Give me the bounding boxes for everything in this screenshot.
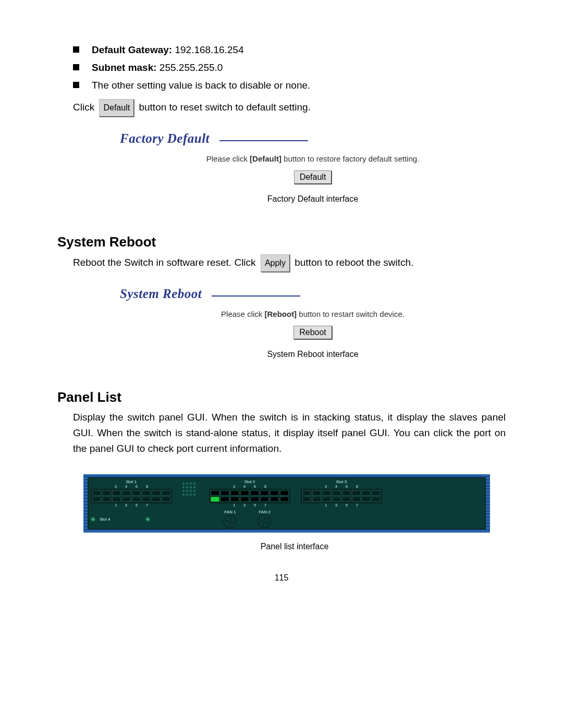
port[interactable] [112,497,121,502]
page-number: 115 [57,573,506,583]
port[interactable] [302,497,311,502]
port[interactable] [322,497,331,502]
port[interactable] [260,490,269,496]
port[interactable] [122,490,131,496]
port[interactable] [122,497,131,502]
bullet-text: The other setting value is back to disab… [92,80,310,91]
port[interactable] [240,497,249,502]
switch-panel-graphic: Slot 1 2468 1357 [83,474,506,551]
slot-2: Slot 2 2468 1357 [209,479,290,508]
text-post: button to reset switch to default settin… [139,102,311,113]
bullet-other-setting: The other setting value is back to disab… [73,77,506,94]
bullet-subnet-mask: Subnet mask: 255.255.255.0 [73,59,506,76]
port[interactable] [162,497,170,502]
factory-default-title: Factory Default [120,131,210,146]
port[interactable] [270,490,279,496]
port[interactable] [372,497,381,502]
port[interactable] [280,497,289,502]
port[interactable] [362,497,371,502]
text-pre: Click [73,102,97,113]
led-grid-icon [182,483,195,496]
bullet-default-gateway: Default Gateway: 192.168.16.254 [73,42,506,58]
bullet-value: 192.168.16.254 [172,44,243,55]
port[interactable] [322,490,331,496]
port[interactable] [342,497,351,502]
panel-list-heading: Panel List [57,389,506,405]
port[interactable] [221,490,229,496]
port[interactable] [152,490,161,496]
port[interactable] [221,497,229,502]
port[interactable] [240,490,249,496]
title-underline [219,140,308,141]
port[interactable] [270,497,279,502]
port[interactable] [342,490,351,496]
fan-icon [223,515,237,528]
factory-default-panel: Factory Default Please click [Default] b… [120,131,506,204]
port-active[interactable] [211,497,219,502]
reboot-button[interactable]: Reboot [293,326,332,339]
system-reboot-panel: System Reboot Please click [Reboot] butt… [120,287,506,359]
system-reboot-caption: System Reboot interface [120,350,506,359]
title-underline [212,295,300,297]
port[interactable] [352,497,361,502]
system-reboot-heading: System Reboot [57,234,506,250]
port[interactable] [302,490,311,496]
port[interactable] [230,490,239,496]
bullet-value: 255.255.255.0 [157,62,223,73]
port[interactable] [112,490,121,496]
fan-icon [258,515,271,528]
port[interactable] [142,497,151,502]
factory-default-desc: Please click [Default] button to restore… [120,154,506,163]
port[interactable] [230,497,239,502]
slot-1: Slot 1 2468 1357 [91,479,172,508]
apply-inline-button[interactable]: Apply [261,254,290,272]
port[interactable] [280,490,289,496]
port[interactable] [372,490,381,496]
system-reboot-desc: Please click [Reboot] button to restart … [120,310,506,318]
factory-default-button[interactable]: Default [294,170,332,184]
fan-2: FAN 2 [258,510,271,528]
port[interactable] [250,490,259,496]
port[interactable] [332,490,341,496]
click-default-line: Click Default button to reset switch to … [73,99,506,117]
port[interactable] [152,497,161,502]
port[interactable] [162,490,170,496]
system-reboot-title: System Reboot [120,287,202,301]
port[interactable] [362,490,371,496]
port[interactable] [332,497,341,502]
bullet-label: Subnet mask: [92,62,157,73]
port[interactable] [260,497,269,502]
port[interactable] [92,497,101,502]
port[interactable] [132,497,141,502]
port[interactable] [312,497,321,502]
screw-icon [145,517,150,522]
port[interactable] [312,490,321,496]
bullet-label: Default Gateway: [92,44,172,55]
default-inline-button[interactable]: Default [99,99,134,117]
slot-4: Slot 4 [91,517,150,522]
port[interactable] [250,497,259,502]
port[interactable] [211,490,219,496]
settings-bullets: Default Gateway: 192.168.16.254 Subnet m… [73,42,506,94]
slot-3: Slot 3 2468 1357 [301,479,382,508]
port[interactable] [132,490,141,496]
port[interactable] [102,497,111,502]
port[interactable] [352,490,361,496]
port[interactable] [92,490,101,496]
port[interactable] [102,490,111,496]
panel-list-caption: Panel list interface [83,542,506,551]
panel-list-paragraph: Display the switch panel GUI. When the s… [73,410,506,456]
fan-1: FAN 1 [223,510,237,528]
screw-icon [91,517,95,522]
port[interactable] [142,490,151,496]
text-post: button to reboot the switch. [295,257,413,268]
factory-default-caption: Factory Default interface [120,194,506,204]
system-reboot-line: Reboot the Switch in software reset. Cli… [73,254,506,272]
text-pre: Reboot the Switch in software reset. Cli… [73,257,259,268]
